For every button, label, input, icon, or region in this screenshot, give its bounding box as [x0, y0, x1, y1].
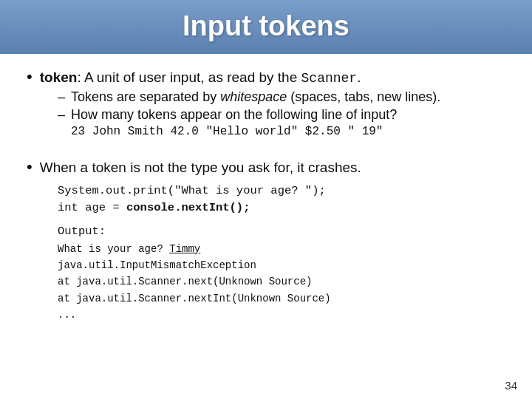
code-block: System.out.print("What is your age? "); …	[58, 183, 505, 217]
output-underline: Timmy	[169, 243, 200, 255]
sub-bullet2: – How many tokens appear on the followin…	[58, 107, 505, 123]
output-line2: java.util.InputMismatchException	[58, 257, 505, 273]
code-line1: 23 John Smith 42.0 "Hello world" $2.50 "…	[71, 125, 505, 138]
output-label: Output:	[58, 225, 505, 238]
code-line1: System.out.print("What is your age? ");	[58, 183, 505, 200]
dash2: –	[58, 107, 65, 123]
sub2-text: How many tokens appear on the following …	[71, 107, 397, 123]
bullet2-section: • When a token is not the type you ask f…	[27, 157, 505, 323]
bullet1-main: • token: A unit of user input, as read b…	[27, 67, 505, 86]
output-line3: at java.util.Scanner.next(Unknown Source…	[58, 273, 505, 290]
code-line2: int age = console.nextInt();	[58, 200, 505, 216]
slide-content: • token: A unit of user input, as read b…	[0, 54, 532, 399]
output-line4: at java.util.Scanner.nextInt(Unknown Sou…	[58, 290, 505, 307]
bullet2-dot: •	[27, 157, 33, 177]
output-line1: What is your age? Timmy	[58, 241, 505, 257]
bullet1-dot: •	[27, 67, 33, 86]
output-line5: ...	[58, 307, 505, 323]
bullet2-text: When a token is not the type you ask for…	[40, 160, 361, 176]
scanner-mono: Scanner	[301, 71, 358, 86]
code-bold: console.nextInt();	[126, 201, 250, 214]
title-bar: Input tokens	[0, 0, 532, 54]
page-number: 34	[505, 379, 517, 392]
output-block: What is your age? Timmy java.util.InputM…	[58, 241, 505, 324]
bullet1-section: • token: A unit of user input, as read b…	[27, 67, 505, 138]
bullet2-main: • When a token is not the type you ask f…	[27, 157, 505, 177]
slide-title: Input tokens	[183, 10, 349, 41]
slide: Input tokens • token: A unit of user inp…	[0, 0, 532, 399]
sub-bullet1: – Tokens are separated by whitespace (sp…	[58, 89, 505, 105]
sub1-text: Tokens are separated by whitespace (spac…	[71, 89, 440, 105]
bullet1-text: token: A unit of user input, as read by …	[40, 69, 361, 86]
dash1: –	[58, 89, 65, 105]
bullet1-bold: token	[40, 69, 78, 85]
